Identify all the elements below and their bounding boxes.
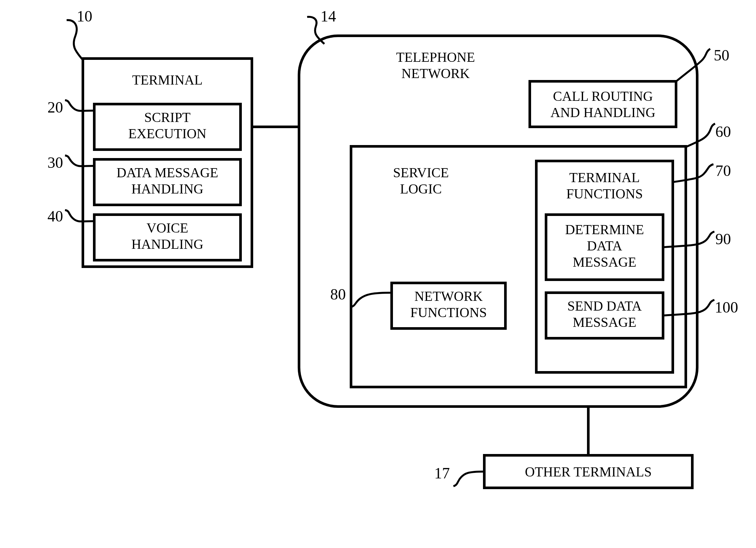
call-routing-line1: CALL ROUTING (553, 89, 653, 104)
lead-50 (675, 49, 710, 82)
lead-100 (663, 300, 714, 316)
terminal-box (83, 59, 252, 267)
data-msg-handling-line1: DATA MESSAGE (117, 165, 218, 180)
ref-90: 90 (715, 230, 731, 247)
call-routing-box (530, 81, 676, 127)
lead-40 (65, 210, 94, 221)
send-data-line1: SEND DATA (567, 299, 642, 314)
ref-20: 20 (47, 98, 63, 116)
telephone-network-line1: TELEPHONE (396, 50, 475, 65)
script-exec-line1: SCRIPT (144, 110, 190, 125)
voice-handling-line1: VOICE (147, 220, 188, 235)
network-functions-line1: NETWORK (414, 289, 483, 304)
terminal-functions-line1: TERMINAL (569, 170, 640, 185)
ref-60: 60 (715, 123, 731, 140)
determine-data-line1: DETERMINE (565, 222, 644, 237)
service-logic-line1: SERVICE (393, 165, 449, 180)
other-terminals-title: OTHER TERMINALS (525, 464, 652, 479)
lead-30 (65, 155, 94, 166)
terminal-functions-line2: FUNCTIONS (566, 186, 643, 201)
lead-70 (673, 164, 713, 182)
lead-17 (453, 472, 484, 486)
send-data-line2: MESSAGE (573, 315, 636, 330)
ref-40: 40 (47, 207, 63, 225)
data-msg-handling-line2: HANDLING (131, 181, 203, 196)
ref-17: 17 (434, 464, 450, 482)
script-exec-line2: EXECUTION (128, 126, 206, 141)
determine-data-line2: DATA (587, 238, 622, 253)
terminal-title: TERMINAL (132, 72, 203, 87)
service-logic-line2: LOGIC (400, 181, 442, 196)
ref-50: 50 (714, 46, 729, 64)
ref-14: 14 (320, 7, 336, 25)
telephone-network-line2: NETWORK (401, 66, 470, 81)
lead-60 (686, 124, 715, 147)
ref-80: 80 (330, 286, 346, 303)
voice-handling-line2: HANDLING (131, 237, 203, 252)
lead-10 (67, 20, 82, 59)
lead-20 (65, 100, 94, 111)
lead-80 (350, 293, 392, 307)
ref-10: 10 (77, 7, 92, 25)
determine-data-line3: MESSAGE (573, 254, 636, 269)
ref-70: 70 (715, 162, 731, 179)
lead-90 (663, 231, 714, 247)
ref-30: 30 (47, 154, 63, 171)
call-routing-line2: AND HANDLING (550, 105, 655, 120)
ref-100: 100 (715, 299, 738, 316)
network-functions-line2: FUNCTIONS (410, 305, 487, 320)
